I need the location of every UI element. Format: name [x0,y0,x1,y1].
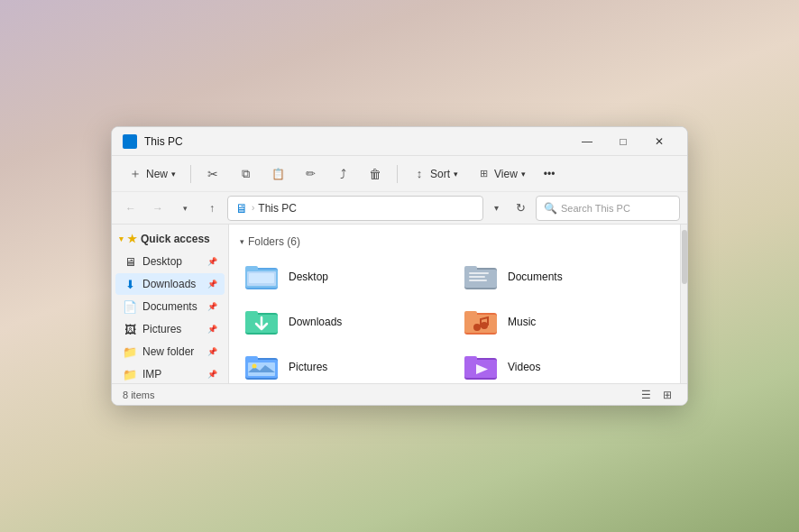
new-chevron-icon: ▾ [171,170,176,179]
documents-pin-icon: 📌 [207,302,217,311]
sidebar-item-downloads[interactable]: ⬇ Downloads 📌 [115,273,225,295]
sidebar-item-imp[interactable]: 📁 IMP 📌 [115,363,225,383]
folder-item-documents[interactable]: Documents [455,255,673,298]
sidebar-item-documents[interactable]: 📄 Documents 📌 [115,296,225,317]
search-placeholder: Search This PC [561,203,630,214]
search-box[interactable]: 🔍 Search This PC [536,196,680,221]
view-chevron-icon: ▾ [521,170,526,179]
copy-icon: ⧉ [238,167,253,181]
svg-point-17 [473,324,481,331]
svg-point-18 [481,322,488,329]
sidebar-item-new-folder[interactable]: 📁 New folder 📌 [115,341,225,362]
sidebar-label-desktop: Desktop [142,255,202,268]
toolbar-separator-1 [190,165,191,183]
folder-icon-documents [463,261,499,293]
grid-view-button[interactable]: ⊞ [658,387,676,403]
folder-item-downloads[interactable]: Downloads [236,300,454,344]
new-icon: ＋ [128,167,142,181]
address-input[interactable]: 🖥 › This PC [227,196,483,221]
folder-icon-downloads [243,306,280,338]
new-folder-icon: 📁 [123,344,137,359]
folders-label: Folders (6) [248,235,300,248]
folder-name-videos: Videos [508,361,540,373]
quick-access-label: Quick access [141,233,210,245]
rename-icon: ✏ [303,167,317,181]
up-button[interactable]: ↑ [200,197,224,220]
quick-access-chevron-icon: ▾ [119,234,124,243]
new-button[interactable]: ＋ New ▾ [121,161,183,187]
share-button[interactable]: ⤴ [328,161,357,187]
window-controls: — □ ✕ [570,127,676,156]
list-view-button[interactable]: ☰ [637,387,655,403]
file-explorer-window: This PC — □ ✕ ＋ New ▾ ✂ ⧉ 📋 ✏ ⤴ 🗑 [111,126,688,406]
forward-button[interactable]: → [146,197,170,220]
new-folder-pin-icon: 📌 [207,347,217,356]
paste-button[interactable]: 📋 [263,161,292,187]
address-path: This PC [258,202,297,215]
scrollbar[interactable] [680,225,687,383]
sort-button[interactable]: ↕ Sort ▾ [405,161,465,187]
status-bar: 8 items ☰ ⊞ [112,383,687,405]
file-area[interactable]: ▾ Folders (6) Desktop [229,225,680,383]
svg-rect-4 [249,273,274,283]
view-label: View [494,168,518,180]
folder-item-pictures[interactable]: Pictures [236,345,454,383]
sidebar-label-imp: IMP [142,368,202,381]
sidebar: ▾ ★ Quick access 🖥 Desktop 📌 ⬇ Downloads… [112,225,229,383]
folder-icon-pictures [243,351,280,383]
sidebar-label-downloads: Downloads [142,278,202,290]
svg-rect-8 [469,272,489,274]
desktop-icon: 🖥 [123,254,137,269]
folder-item-music[interactable]: Music [455,300,673,344]
paste-icon: 📋 [271,167,285,181]
sort-chevron-icon: ▾ [454,170,458,179]
sidebar-item-pictures[interactable]: 🖼 Pictures 📌 [115,318,225,340]
documents-icon: 📄 [123,299,137,314]
folders-section-header[interactable]: ▾ Folders (6) [236,232,673,255]
sidebar-item-desktop[interactable]: 🖥 Desktop 📌 [115,251,225,272]
imp-pin-icon: 📌 [207,370,217,379]
quick-access-star-icon: ★ [127,233,137,245]
title-bar: This PC — □ ✕ [112,127,687,156]
downloads-icon: ⬇ [123,277,137,291]
status-count: 8 items [123,390,154,400]
back-button[interactable]: ← [119,197,142,220]
address-dropdown[interactable]: ▾ [487,196,505,221]
folders-chevron-icon: ▾ [240,237,244,246]
folder-item-desktop[interactable]: Desktop [236,255,454,298]
imp-icon: 📁 [123,367,137,381]
sort-icon: ↕ [412,167,427,181]
cut-button[interactable]: ✂ [198,161,227,187]
quick-access-header[interactable]: ▾ ★ Quick access [112,228,228,250]
delete-button[interactable]: 🗑 [361,161,390,187]
more-button[interactable]: ••• [537,161,563,187]
rename-button[interactable]: ✏ [296,161,325,187]
folder-item-videos[interactable]: Videos [455,345,673,383]
folder-name-documents: Documents [508,271,563,283]
view-button[interactable]: ⊞ View ▾ [469,161,533,187]
main-content: ▾ ★ Quick access 🖥 Desktop 📌 ⬇ Downloads… [112,225,687,383]
address-bar: ← → ▾ ↑ 🖥 › This PC ▾ ↻ 🔍 Search This PC [112,192,687,225]
sort-label: Sort [430,168,450,180]
pictures-icon: 🖼 [123,322,137,336]
more-icon: ••• [544,168,556,180]
close-button[interactable]: ✕ [638,127,680,156]
view-toggle: ☰ ⊞ [637,387,676,403]
svg-point-23 [253,364,257,369]
sidebar-label-new-folder: New folder [142,345,202,358]
copy-button[interactable]: ⧉ [231,161,260,187]
delete-icon: 🗑 [368,167,382,181]
window-title: This PC [144,135,570,148]
window-icon [123,134,137,149]
folder-name-music: Music [508,316,536,328]
refresh-button[interactable]: ↻ [509,197,532,220]
folder-name-pictures: Pictures [289,361,327,373]
toolbar: ＋ New ▾ ✂ ⧉ 📋 ✏ ⤴ 🗑 ↕ Sort ▾ ⊞ [112,156,687,192]
new-label: New [146,168,168,180]
cut-icon: ✂ [206,167,220,181]
pictures-pin-icon: 📌 [207,325,217,334]
folder-name-desktop: Desktop [289,271,328,283]
recent-button[interactable]: ▾ [173,197,197,220]
folder-icon-music [463,306,499,338]
scrollbar-thumb[interactable] [682,230,687,284]
